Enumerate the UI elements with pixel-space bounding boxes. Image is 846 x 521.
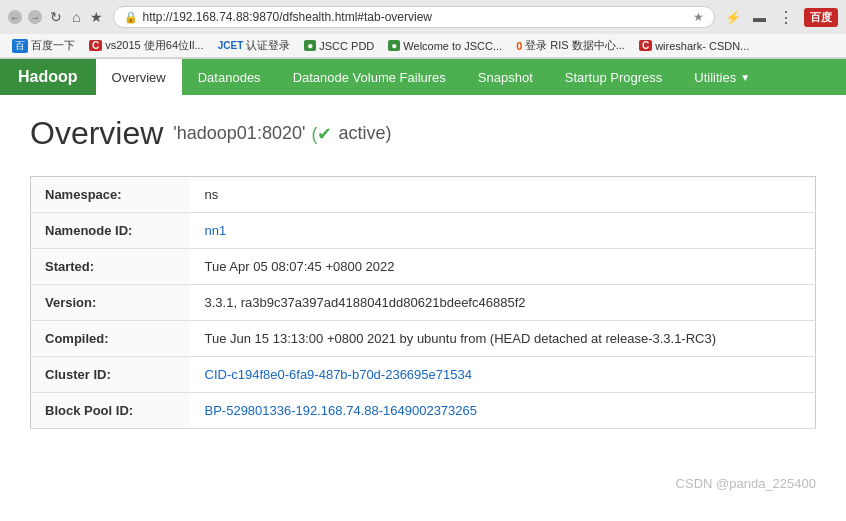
bookmark-welcome-jscc[interactable]: ● Welcome to JSCC... — [384, 39, 506, 53]
utilities-label: Utilities — [694, 70, 736, 85]
table-row: Block Pool ID: BP-529801336-192.168.74.8… — [31, 393, 816, 429]
row-value-namenode-id: nn1 — [191, 213, 816, 249]
block-pool-id-link[interactable]: BP-529801336-192.168.74.88-1649002373265 — [205, 403, 478, 418]
forward-button[interactable]: → — [28, 10, 42, 24]
subtitle-text: 'hadoop01:8020' — [173, 123, 305, 144]
row-label-cluster-id: Cluster ID: — [31, 357, 191, 393]
ris-icon: 0 — [516, 40, 522, 52]
window-controls: ← → ↻ ⌂ ★ — [8, 9, 105, 25]
check-icon: (✔ — [311, 123, 332, 145]
bookmark-ris[interactable]: 0 登录 RIS 数据中心... — [512, 37, 629, 54]
page-title-area: Overview 'hadoop01:8020' (✔ active) — [30, 115, 816, 152]
page-title: Overview — [30, 115, 163, 152]
row-label-namespace: Namespace: — [31, 177, 191, 213]
bookmark-wireshark[interactable]: C wireshark- CSDN... — [635, 39, 753, 53]
vs-icon: C — [89, 40, 102, 51]
row-value-started: Tue Apr 05 08:07:45 +0800 2022 — [191, 249, 816, 285]
nav-item-utilities[interactable]: Utilities ▼ — [678, 59, 766, 95]
titlebar: ← → ↻ ⌂ ★ 🔒 http://192.168.74.88:9870/df… — [0, 0, 846, 34]
nav-item-snapshot[interactable]: Snapshot — [462, 59, 549, 95]
bookmark-baidu[interactable]: 百 百度一下 — [8, 37, 79, 54]
nav-item-datanodes[interactable]: Datanodes — [182, 59, 277, 95]
bookmark-jcet[interactable]: JCET 认证登录 — [214, 37, 295, 54]
address-bar[interactable]: 🔒 http://192.168.74.88:9870/dfshealth.ht… — [113, 6, 715, 28]
row-label-block-pool-id: Block Pool ID: — [31, 393, 191, 429]
navbar: Hadoop Overview Datanodes Datanode Volum… — [0, 59, 846, 95]
refresh-button[interactable]: ↻ — [48, 9, 64, 25]
utilities-dropdown-arrow: ▼ — [740, 72, 750, 83]
bookmark-button[interactable]: ★ — [88, 9, 105, 25]
baidu-icon: 百 — [12, 39, 28, 53]
row-label-namenode-id: Namenode ID: — [31, 213, 191, 249]
baidu-logo: 百度 — [804, 8, 838, 27]
back-button[interactable]: ← — [8, 10, 22, 24]
home-button[interactable]: ⌂ — [70, 9, 82, 25]
menu-button[interactable]: ⋮ — [776, 8, 796, 27]
info-table: Namespace: ns Namenode ID: nn1 Started: … — [30, 176, 816, 429]
welcome-icon: ● — [388, 40, 400, 51]
nav-item-startup-progress[interactable]: Startup Progress — [549, 59, 679, 95]
row-value-namespace: ns — [191, 177, 816, 213]
row-value-version: 3.3.1, ra3b9c37a397ad4188041dd80621bdeef… — [191, 285, 816, 321]
bookmark-vs2015[interactable]: C vs2015 使用64位Il... — [85, 37, 208, 54]
jcet-icon: JCET — [218, 40, 244, 51]
bookmark-star[interactable]: ★ — [693, 10, 704, 24]
table-row: Version: 3.3.1, ra3b9c37a397ad4188041dd8… — [31, 285, 816, 321]
extensions-button[interactable]: ⚡ — [723, 10, 743, 25]
row-label-version: Version: — [31, 285, 191, 321]
browser-right-controls: ⚡ ▬ ⋮ 百度 — [723, 8, 838, 27]
table-row: Started: Tue Apr 05 08:07:45 +0800 2022 — [31, 249, 816, 285]
url-text: http://192.168.74.88:9870/dfshealth.html… — [142, 10, 689, 24]
row-label-compiled: Compiled: — [31, 321, 191, 357]
nav-item-overview[interactable]: Overview — [96, 59, 182, 95]
table-row: Compiled: Tue Jun 15 13:13:00 +0800 2021… — [31, 321, 816, 357]
browser-chrome: ← → ↻ ⌂ ★ 🔒 http://192.168.74.88:9870/df… — [0, 0, 846, 59]
navbar-nav: Overview Datanodes Datanode Volume Failu… — [96, 59, 767, 95]
bookmarks-bar: 百 百度一下 C vs2015 使用64位Il... JCET 认证登录 ● J… — [0, 34, 846, 58]
table-row: Cluster ID: CID-c194f8e0-6fa9-487b-b70d-… — [31, 357, 816, 393]
cluster-id-link[interactable]: CID-c194f8e0-6fa9-487b-b70d-236695e71534 — [205, 367, 472, 382]
row-value-block-pool-id: BP-529801336-192.168.74.88-1649002373265 — [191, 393, 816, 429]
row-label-started: Started: — [31, 249, 191, 285]
page-subtitle: 'hadoop01:8020' (✔ active) — [173, 123, 391, 145]
row-value-compiled: Tue Jun 15 13:13:00 +0800 2021 by ubuntu… — [191, 321, 816, 357]
nav-item-datanode-volume-failures[interactable]: Datanode Volume Failures — [277, 59, 462, 95]
wireshark-icon: C — [639, 40, 652, 51]
namenode-id-link[interactable]: nn1 — [205, 223, 227, 238]
lock-icon: 🔒 — [124, 11, 138, 24]
table-row: Namespace: ns — [31, 177, 816, 213]
content: Overview 'hadoop01:8020' (✔ active) Name… — [0, 95, 846, 449]
active-label: active) — [338, 123, 391, 144]
navbar-brand[interactable]: Hadoop — [0, 59, 96, 95]
jscc-icon: ● — [304, 40, 316, 51]
table-row: Namenode ID: nn1 — [31, 213, 816, 249]
row-value-cluster-id: CID-c194f8e0-6fa9-487b-b70d-236695e71534 — [191, 357, 816, 393]
bookmark-jscc-pdd[interactable]: ● JSCC PDD — [300, 39, 378, 53]
user-button[interactable]: ▬ — [751, 10, 768, 25]
